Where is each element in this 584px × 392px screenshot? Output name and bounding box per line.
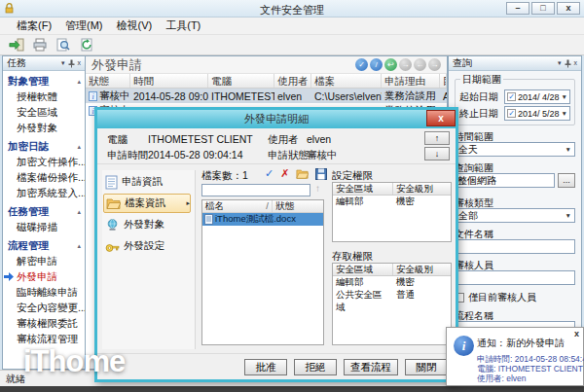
- dialog-close-button[interactable]: x: [426, 110, 456, 126]
- tab-outgoing-settings[interactable]: 外發設定: [105, 236, 193, 256]
- table-row[interactable]: 編輯部 機密: [333, 196, 451, 208]
- section-encryption-logs[interactable]: 加密日誌 ▴: [3, 136, 85, 155]
- menu-file[interactable]: 檔案(F): [10, 17, 58, 35]
- print-icon[interactable]: [30, 36, 50, 53]
- previous-record-button[interactable]: ↑: [424, 131, 450, 145]
- file-input-up-icon[interactable]: ↑: [315, 183, 320, 194]
- col-time[interactable]: 時間: [130, 74, 208, 88]
- query-scope-input[interactable]: [455, 173, 555, 188]
- sidebar-item-audit-delegation[interactable]: 審核權限委託: [3, 316, 85, 332]
- auditor-label: 審核人員: [455, 259, 575, 270]
- next-record-button[interactable]: ↓: [424, 147, 450, 160]
- notification-close-icon[interactable]: x: [574, 329, 579, 339]
- query-panel-titlebar: 查詢 ▾ x: [449, 56, 581, 71]
- menu-tools[interactable]: 工具(T): [159, 17, 207, 35]
- sidebar-item-decrypt-request[interactable]: 解密申請: [3, 254, 85, 269]
- collapse-icon[interactable]: ▴: [77, 78, 81, 86]
- search-icon[interactable]: [54, 36, 73, 53]
- collapse-icon[interactable]: ▴: [77, 143, 81, 151]
- col-status[interactable]: 狀態: [86, 74, 130, 88]
- table-row[interactable]: i審核中 2014-05-28 09:04:14 ITHOMETEST CLI.…: [86, 89, 447, 103]
- menu-manage[interactable]: 管理(M): [58, 17, 110, 35]
- sidebar-item-encrypt-file-ops[interactable]: 加密文件操作...: [3, 155, 85, 170]
- col-target[interactable]: 目: [440, 74, 447, 88]
- edit-circle-icon[interactable]: /: [370, 58, 383, 71]
- col-user[interactable]: 使用者: [274, 74, 311, 88]
- browse-button[interactable]: ...: [558, 173, 575, 188]
- chevron-down-icon[interactable]: ▼: [562, 93, 567, 100]
- request-time-value: 2014-05-28 09:04:14: [148, 149, 243, 160]
- chevron-down-icon[interactable]: ▼: [562, 110, 567, 117]
- checkbox-checked-icon[interactable]: ✓: [507, 92, 516, 101]
- section-task-management[interactable]: 任務管理 ▴: [3, 201, 85, 220]
- date-range-label: 日期範圍: [460, 73, 503, 87]
- table-row[interactable]: 公共安全區域 普通: [333, 289, 451, 302]
- sidebar-item-security-zone[interactable]: 安全區域: [3, 105, 85, 121]
- panel-close-icon[interactable]: x: [574, 59, 578, 67]
- sidebar-item-security-content-change[interactable]: 安全內容變更...: [3, 301, 85, 316]
- tab-file-info[interactable]: 檔案資訊 ▸: [103, 194, 191, 213]
- open-folder-icon[interactable]: [296, 168, 309, 179]
- section-object-management[interactable]: 對象管理 ▴: [3, 71, 85, 89]
- panel-menu-icon[interactable]: ▾: [61, 59, 65, 67]
- close-dialog-button[interactable]: 關閉: [405, 359, 448, 375]
- file-list: 檔名 / 狀態 iThome測試檔.docx: [201, 199, 324, 345]
- folder-open-icon: [106, 197, 121, 209]
- reject-file-icon[interactable]: ✗: [280, 167, 289, 180]
- pin-icon[interactable]: [68, 59, 75, 68]
- approve-file-icon[interactable]: ✓: [265, 167, 274, 180]
- sidebar-item-temp-offline-request[interactable]: 臨時離線申請: [3, 285, 85, 301]
- panel-menu-icon[interactable]: ▾: [558, 59, 562, 67]
- sidebar-item-outgoing-request[interactable]: 外發申請: [3, 269, 85, 285]
- audit-type-select[interactable]: 全部 ▼: [455, 208, 575, 223]
- auditor-input[interactable]: [455, 270, 575, 285]
- file-name-column[interactable]: 檔名 /: [202, 200, 273, 212]
- pin-icon[interactable]: [565, 59, 571, 68]
- sidebar-item-outgoing-targets[interactable]: 外發對象: [3, 121, 85, 136]
- file-filter-input[interactable]: [201, 184, 310, 196]
- back-circle-icon[interactable]: ↩: [384, 58, 397, 71]
- docx-file-icon: [204, 214, 213, 225]
- start-date-picker[interactable]: ✓ 2014/ 4/28 ▼: [504, 89, 570, 104]
- time-range-select[interactable]: 全天 ▼: [455, 142, 575, 157]
- zone-column[interactable]: 安全區域: [333, 264, 393, 275]
- col-file[interactable]: 檔案: [311, 74, 382, 88]
- file-name-input[interactable]: [455, 239, 575, 254]
- col-reason[interactable]: 申請理由: [382, 74, 440, 88]
- key-settings-icon: [105, 240, 120, 253]
- menu-bar: 檔案(F) 管理(M) 檢視(V) 工具(T): [0, 18, 584, 35]
- col-computer[interactable]: 電腦: [208, 74, 274, 88]
- save-icon[interactable]: [315, 168, 327, 180]
- notification-popup: i 通知：新的外發申請 x 申請時間: 2014-05-28 08:54:41 …: [446, 327, 584, 386]
- close-button[interactable]: x: [557, 2, 580, 15]
- user-value: elven: [307, 133, 331, 145]
- reject-button[interactable]: 拒絕: [294, 359, 337, 375]
- zone-column[interactable]: 安全區域: [333, 183, 393, 195]
- maximize-button[interactable]: □: [531, 2, 555, 15]
- tab-outgoing-targets[interactable]: 外發對象: [105, 215, 193, 234]
- checkbox-checked-icon[interactable]: ✓: [507, 109, 516, 118]
- minimize-button[interactable]: –: [506, 2, 529, 15]
- level-column[interactable]: 安全級別: [393, 264, 451, 275]
- window-controls: – □ x: [506, 2, 580, 15]
- approve-button[interactable]: 批准: [244, 359, 287, 375]
- approve-circle-icon[interactable]: ✓: [355, 58, 368, 71]
- collapse-icon[interactable]: ▴: [77, 242, 81, 250]
- sidebar-item-disk-scan[interactable]: 磁碟掃描: [3, 220, 85, 235]
- file-status-column[interactable]: 狀態: [273, 200, 323, 212]
- export-icon[interactable]: [7, 36, 26, 53]
- sidebar-item-encrypt-system-login[interactable]: 加密系統登入...: [3, 186, 85, 201]
- end-date-picker[interactable]: ✓ 2014/ 5/28 ▼: [504, 106, 570, 121]
- table-row[interactable]: 編輯部 機密: [333, 276, 451, 289]
- sidebar-item-file-backup-ops[interactable]: 檔案備份操作...: [3, 170, 85, 186]
- tab-request-info[interactable]: 申請資訊: [105, 172, 193, 192]
- section-process-management[interactable]: 流程管理 ▴: [3, 235, 85, 254]
- refresh-icon[interactable]: [77, 36, 96, 53]
- menu-view[interactable]: 檢視(V): [110, 17, 160, 35]
- file-list-row-selected[interactable]: iThome測試檔.docx: [202, 213, 323, 226]
- panel-close-icon[interactable]: x: [78, 59, 82, 67]
- collapse-icon[interactable]: ▴: [77, 208, 81, 216]
- view-process-button[interactable]: 查看流程: [344, 359, 398, 375]
- sidebar-item-authorized-software[interactable]: 授權軟體: [3, 89, 85, 105]
- level-column[interactable]: 安全級別: [393, 183, 451, 195]
